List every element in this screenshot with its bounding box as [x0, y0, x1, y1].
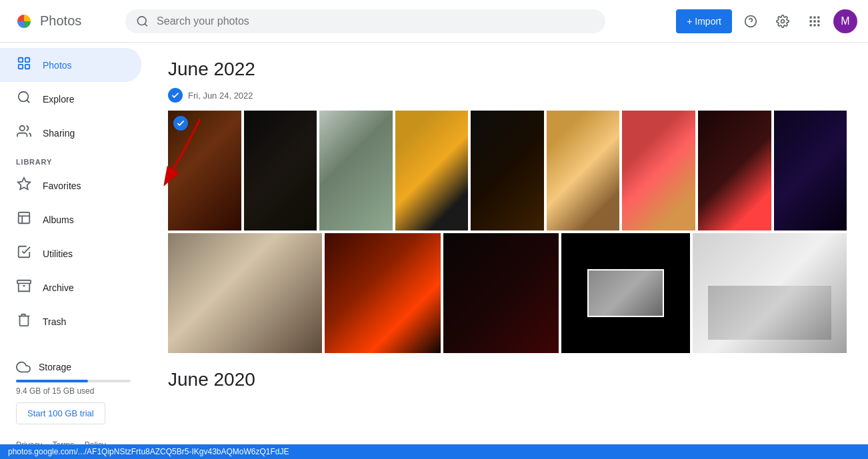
google-photos-logo-icon — [11, 8, 37, 35]
svg-marker-21 — [18, 178, 30, 189]
photo-item[interactable] — [698, 111, 771, 230]
body: Photos Explore Sharing LIBRARY — [0, 43, 868, 444]
trash-icon — [16, 312, 32, 330]
photo-item[interactable] — [244, 111, 317, 230]
logo: Photos — [11, 8, 117, 35]
archive-label: Archive — [43, 282, 74, 293]
photo-item[interactable] — [443, 233, 559, 353]
photo-item[interactable] — [325, 233, 440, 353]
photo-item[interactable] — [622, 111, 695, 230]
sidebar-item-sharing[interactable]: Sharing — [0, 116, 141, 150]
svg-point-4 — [781, 19, 785, 23]
svg-rect-22 — [19, 213, 30, 224]
checkmark-icon — [171, 91, 180, 100]
section-june-2020: June 2020 — [168, 369, 847, 390]
section-june-2022: June 2022 Fri, Jun 24, 2022 — [168, 59, 847, 353]
svg-rect-10 — [817, 20, 819, 22]
photo-item[interactable] — [168, 233, 322, 353]
photo-item[interactable] — [471, 111, 544, 230]
section-title-june-2020: June 2020 — [168, 369, 847, 390]
svg-line-1 — [145, 23, 147, 25]
header-actions: + Import M — [676, 8, 857, 35]
photo-item[interactable] — [547, 111, 620, 230]
sidebar-item-favorites[interactable]: Favorites — [0, 169, 141, 203]
date-header-june-24: Fri, Jun 24, 2022 — [168, 88, 847, 103]
svg-rect-7 — [817, 16, 819, 18]
sidebar-item-photos[interactable]: Photos — [0, 48, 141, 82]
sidebar-item-archive[interactable]: Archive — [0, 270, 141, 304]
photos-icon — [16, 56, 32, 74]
settings-button[interactable] — [769, 8, 796, 35]
logo-text: Photos — [40, 13, 81, 29]
sidebar-item-explore[interactable]: Explore — [0, 82, 141, 116]
help-button[interactable] — [737, 8, 764, 35]
archive-icon — [16, 278, 32, 296]
svg-rect-25 — [17, 280, 31, 284]
explore-icon — [16, 90, 32, 108]
svg-point-18 — [19, 92, 29, 102]
apps-button[interactable] — [801, 8, 828, 35]
svg-line-19 — [27, 100, 29, 103]
svg-rect-15 — [25, 58, 29, 62]
sidebar-item-albums[interactable]: Albums — [0, 203, 141, 236]
photo-item[interactable] — [774, 111, 847, 230]
storage-section: Storage 9.4 GB of 15 GB used Start 100 G… — [0, 349, 147, 435]
header: Photos + Import — [0, 0, 868, 43]
storage-bar — [16, 380, 131, 382]
photo-item[interactable] — [168, 111, 241, 230]
date-check-icon[interactable] — [168, 88, 183, 103]
favorites-label: Favorites — [43, 181, 81, 191]
svg-rect-11 — [810, 24, 812, 26]
utilities-label: Utilities — [43, 248, 73, 259]
check-icon — [176, 119, 185, 128]
sharing-icon — [16, 124, 32, 142]
main-content: June 2022 Fri, Jun 24, 2022 — [147, 43, 868, 444]
svg-rect-8 — [810, 20, 812, 22]
help-icon — [744, 15, 757, 28]
svg-rect-6 — [813, 16, 815, 18]
svg-rect-9 — [813, 20, 815, 22]
gear-icon — [776, 15, 789, 28]
status-url: photos.google.com/.../AF1QipNStzFrtu8AZC… — [8, 447, 289, 456]
trash-label: Trash — [43, 316, 66, 327]
footer-links: Privacy · Terms · Policy — [0, 435, 147, 444]
photo-item[interactable] — [693, 233, 847, 353]
search-bar[interactable] — [125, 9, 605, 33]
search-icon — [136, 15, 149, 28]
sidebar-item-utilities[interactable]: Utilities — [0, 236, 141, 270]
trial-button[interactable]: Start 100 GB trial — [16, 402, 105, 424]
apps-icon — [808, 15, 821, 28]
svg-rect-12 — [813, 24, 815, 26]
utilities-icon — [16, 244, 32, 262]
sidebar-item-trash[interactable]: Trash — [0, 304, 141, 338]
storage-text: 9.4 GB of 15 GB used — [16, 386, 131, 396]
library-section-label: LIBRARY — [0, 150, 147, 169]
photos-row-1 — [168, 111, 847, 230]
storage-bar-fill — [16, 380, 88, 382]
photo-selected-check — [173, 116, 188, 131]
svg-rect-16 — [19, 65, 23, 69]
status-bar: photos.google.com/.../AF1QipNStzFrtu8AZC… — [0, 444, 868, 459]
svg-rect-5 — [810, 16, 812, 18]
avatar[interactable]: M — [833, 9, 857, 33]
photos-row-2 — [168, 233, 847, 353]
explore-label: Explore — [43, 94, 74, 105]
import-button[interactable]: + Import — [676, 9, 732, 33]
photo-item[interactable] — [395, 111, 469, 230]
photo-item[interactable] — [561, 233, 690, 353]
albums-icon — [16, 211, 32, 229]
storage-label: Storage — [16, 360, 131, 374]
svg-point-0 — [137, 16, 146, 25]
cloud-icon — [16, 360, 31, 374]
svg-rect-13 — [817, 24, 819, 26]
albums-label: Albums — [43, 215, 74, 225]
favorites-icon — [16, 177, 32, 195]
section-title-june-2022: June 2022 — [168, 59, 847, 80]
search-input[interactable] — [157, 15, 595, 27]
photo-item[interactable] — [319, 111, 393, 230]
sidebar: Photos Explore Sharing LIBRARY — [0, 43, 147, 444]
svg-rect-14 — [19, 58, 23, 62]
photos-label: Photos — [43, 60, 72, 71]
sharing-label: Sharing — [43, 128, 75, 139]
svg-rect-17 — [25, 65, 29, 69]
